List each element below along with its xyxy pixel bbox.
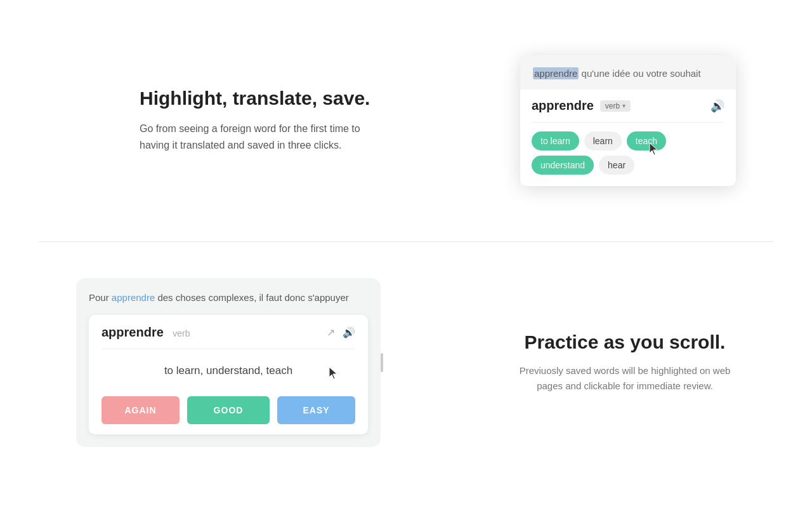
bottom-description: Previuosly saved words will be highlight… — [514, 363, 736, 394]
chip-hear[interactable]: hear — [599, 156, 634, 175]
practice-pos: verb — [173, 328, 190, 338]
popup-sentence: apprendre qu'une idée ou votre souhait — [520, 55, 736, 90]
again-button[interactable]: AGAIN — [102, 396, 180, 424]
top-description: Go from seeing a foreign word for the fi… — [140, 121, 381, 153]
chip-teach[interactable]: teach — [627, 131, 666, 150]
practice-sentence-before: Pour — [89, 292, 112, 303]
pos-badge[interactable]: verb ▾ — [600, 100, 631, 112]
sound-icon[interactable]: 🔊 — [710, 99, 724, 113]
right-content: Practice as you scroll. Previuosly saved… — [514, 331, 736, 394]
practice-card-wrapper: Pour apprendre des choses complexes, il … — [76, 278, 381, 448]
sound-icon[interactable]: 🔊 — [343, 326, 355, 338]
left-content: Highlight, translate, save. Go from seei… — [140, 88, 381, 153]
popup-divider — [532, 122, 724, 123]
top-heading: Highlight, translate, save. — [140, 88, 381, 109]
bottom-section: Pour apprendre des choses complexes, il … — [0, 242, 812, 483]
external-link-icon[interactable]: ↗ — [327, 326, 335, 338]
translation-chips: to learn learn teach understand hear — [532, 131, 724, 175]
practice-sentence-after: des choses complexes, il faut donc s'app… — [155, 292, 349, 303]
translation-text: to learn, understand, teach — [102, 358, 355, 384]
popup-body: apprendre verb ▾ 🔊 to learn learn teach — [520, 90, 736, 186]
practice-card: Pour apprendre des choses complexes, il … — [76, 278, 381, 448]
practice-word-row: apprendre verb ↗ 🔊 — [102, 325, 355, 340]
practice-inner-card: apprendre verb ↗ 🔊 to learn, understand,… — [89, 315, 368, 434]
chip-understand[interactable]: understand — [532, 156, 594, 175]
pos-label: verb — [605, 102, 620, 110]
chip-to-learn[interactable]: to learn — [532, 131, 579, 150]
popup-sentence-after: qu'une idée ou votre souhait — [579, 68, 700, 79]
scrollbar-indicator — [381, 353, 383, 372]
easy-button[interactable]: EASY — [277, 396, 355, 424]
practice-word: apprendre — [102, 325, 164, 339]
practice-highlighted-word[interactable]: apprendre — [112, 292, 155, 303]
bottom-heading: Practice as you scroll. — [514, 331, 736, 353]
practice-inner-divider — [102, 349, 355, 349]
good-button[interactable]: GOOD — [187, 396, 270, 424]
practice-sentence: Pour apprendre des choses complexes, il … — [89, 291, 368, 305]
popup-highlighted-word: apprendre — [533, 67, 579, 79]
practice-icons: ↗ 🔊 — [327, 326, 355, 338]
popup-word: apprendre — [532, 98, 594, 113]
popup-word-row: apprendre verb ▾ 🔊 — [532, 98, 724, 113]
practice-word-left: apprendre verb — [102, 325, 190, 340]
chip-learn[interactable]: learn — [584, 131, 622, 150]
practice-buttons: AGAIN GOOD EASY — [102, 396, 355, 424]
top-section: Highlight, translate, save. Go from seei… — [0, 0, 812, 241]
translate-popup-card: apprendre qu'une idée ou votre souhait a… — [520, 55, 736, 187]
popup-word-left: apprendre verb ▾ — [532, 98, 631, 113]
chevron-down-icon: ▾ — [622, 102, 625, 109]
